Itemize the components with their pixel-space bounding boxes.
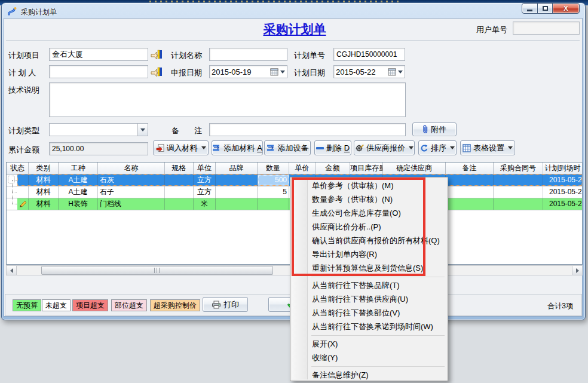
cell[interactable]: 5: [258, 186, 289, 198]
cell-status[interactable]: [17, 174, 29, 186]
import-doc-icon: [156, 143, 164, 152]
cell[interactable]: 石灰: [98, 174, 165, 186]
insert-row-icon: [212, 144, 221, 152]
cell[interactable]: [165, 198, 194, 210]
column-header[interactable]: 金额: [316, 163, 350, 174]
cell[interactable]: 材料: [29, 174, 59, 186]
cell[interactable]: A土建: [59, 186, 98, 198]
cell[interactable]: 2015-05-2: [543, 186, 582, 198]
declare-date-field[interactable]: 2015-05-19: [209, 65, 287, 78]
cell[interactable]: [216, 186, 258, 198]
menu-item-unit-price-ref[interactable]: 单价参考（供审核）(M): [292, 179, 446, 192]
column-header[interactable]: 单价: [289, 163, 316, 174]
add-equipment-button[interactable]: 添加设备: [264, 140, 311, 155]
scroll-left-button[interactable]: [7, 266, 17, 275]
cell[interactable]: [216, 198, 258, 210]
cell[interactable]: [494, 186, 543, 198]
cell[interactable]: A土建: [59, 174, 98, 186]
menu-item-supplier-price-compare[interactable]: 供应商比价分析..(P): [292, 220, 446, 234]
combo-dropdown-button[interactable]: [137, 124, 148, 136]
cell-status[interactable]: [17, 186, 29, 198]
cell-status[interactable]: [17, 198, 29, 210]
column-header[interactable]: 采购合同号: [494, 163, 543, 174]
cell[interactable]: [446, 198, 494, 210]
total-count-label: 合计3项: [547, 301, 573, 311]
cell[interactable]: 米: [194, 198, 216, 210]
declare-date-value: 2015-05-19: [212, 68, 270, 76]
column-header[interactable]: 规格: [165, 163, 194, 174]
project-input[interactable]: [49, 48, 148, 61]
legend-not-over: 未超支: [42, 299, 71, 311]
cell[interactable]: [446, 186, 494, 198]
user-no-field[interactable]: [513, 22, 580, 35]
remark-input[interactable]: [209, 123, 406, 136]
plan-date-field[interactable]: 2015-05-22: [333, 65, 405, 78]
date-dropdown-icon[interactable]: [280, 71, 285, 73]
scrollbar-thumb[interactable]: [41, 266, 273, 275]
project-picker-hand-icon[interactable]: [151, 49, 163, 60]
cell[interactable]: 门档线: [98, 198, 165, 210]
cell[interactable]: [165, 186, 194, 198]
delete-button[interactable]: 删除D: [314, 140, 351, 155]
menu-item-replace-brand[interactable]: 从当前行往下替换品牌(T): [292, 278, 446, 292]
cell[interactable]: [258, 198, 289, 210]
date-dropdown-icon[interactable]: [398, 71, 403, 73]
cell[interactable]: 2015-05-2: [543, 174, 582, 186]
scroll-right-button[interactable]: [572, 266, 582, 275]
cell[interactable]: [446, 174, 494, 186]
column-header[interactable]: 确定供应商: [383, 163, 446, 174]
column-header[interactable]: 品牌: [216, 163, 258, 174]
menu-item-replace-part[interactable]: 从当前行往下替换部位(V): [292, 306, 446, 320]
planner-input[interactable]: [49, 65, 148, 78]
cell-focused[interactable]: 500: [258, 174, 289, 186]
column-header[interactable]: 计划到场时: [543, 163, 582, 174]
cell[interactable]: H装饰: [59, 198, 98, 210]
column-header[interactable]: 项目库存量: [350, 163, 383, 174]
cell[interactable]: 立方: [194, 174, 216, 186]
maximize-button[interactable]: [537, 3, 553, 14]
load-material-button[interactable]: 调入材料: [153, 140, 209, 155]
column-header[interactable]: 备注: [446, 163, 494, 174]
menu-item-expand[interactable]: 展开(X): [292, 337, 446, 351]
tech-note-textarea[interactable]: [49, 82, 406, 117]
menu-item-export-plan[interactable]: 导出计划单内容(R): [292, 247, 446, 261]
sort-button[interactable]: 排序: [418, 140, 457, 155]
cell[interactable]: [165, 174, 194, 186]
column-header[interactable]: 名称: [98, 163, 165, 174]
column-header[interactable]: 单位: [194, 163, 216, 174]
supplier-quote-button[interactable]: 供应商报价: [354, 140, 415, 155]
cell[interactable]: 材料: [29, 198, 59, 210]
menu-item-remark-maintain[interactable]: 备注信息维护(Z): [292, 368, 446, 382]
plan-no-input[interactable]: [333, 48, 405, 61]
print-button[interactable]: 打印: [203, 297, 248, 312]
grid-settings-button[interactable]: 表格设置: [460, 140, 515, 155]
menu-separator: [311, 366, 445, 367]
column-header[interactable]: 数量: [258, 163, 289, 174]
menu-item-replace-arrival-time[interactable]: 从当前行往下替换承诺到场时间(W): [292, 320, 446, 333]
cell[interactable]: [494, 174, 543, 186]
plan-name-input[interactable]: [209, 48, 287, 61]
menu-item-generate-warehouse-stock[interactable]: 生成公司仓库总库存量(O): [292, 206, 446, 220]
cell[interactable]: 2015-05-2: [543, 198, 582, 210]
menu-item-recalc-budget[interactable]: 重新计算预算信息及到货信息(S): [292, 261, 446, 275]
column-header[interactable]: 类别: [29, 163, 59, 174]
plan-date-value: 2015-05-22: [336, 68, 388, 76]
menu-item-confirm-supplier-quoted[interactable]: 确认当前供应商有报价的所有材料(Q): [292, 234, 446, 247]
cell[interactable]: 石子: [98, 186, 165, 198]
cell[interactable]: [494, 198, 543, 210]
column-header[interactable]: 状态: [7, 163, 29, 174]
cell[interactable]: 材料: [29, 186, 59, 198]
cell[interactable]: [216, 174, 258, 186]
column-header[interactable]: 工种: [59, 163, 98, 174]
planner-picker-hand-icon[interactable]: [151, 66, 163, 77]
minimize-button[interactable]: [522, 3, 538, 14]
add-material-button[interactable]: 添加材料A: [212, 140, 263, 155]
menu-item-collapse[interactable]: 收缩(Y): [292, 351, 446, 364]
cell[interactable]: 立方: [194, 186, 216, 198]
attachment-button[interactable]: 附件: [412, 122, 457, 136]
menu-item-quantity-ref[interactable]: 数量参考（供审核）(N): [292, 192, 446, 206]
menu-item-replace-supplier[interactable]: 从当前行往下替换供应商(U): [292, 292, 446, 306]
planner-label: 计 划 人: [8, 68, 36, 78]
close-button[interactable]: X: [552, 3, 580, 14]
plan-type-combobox[interactable]: [49, 123, 148, 136]
